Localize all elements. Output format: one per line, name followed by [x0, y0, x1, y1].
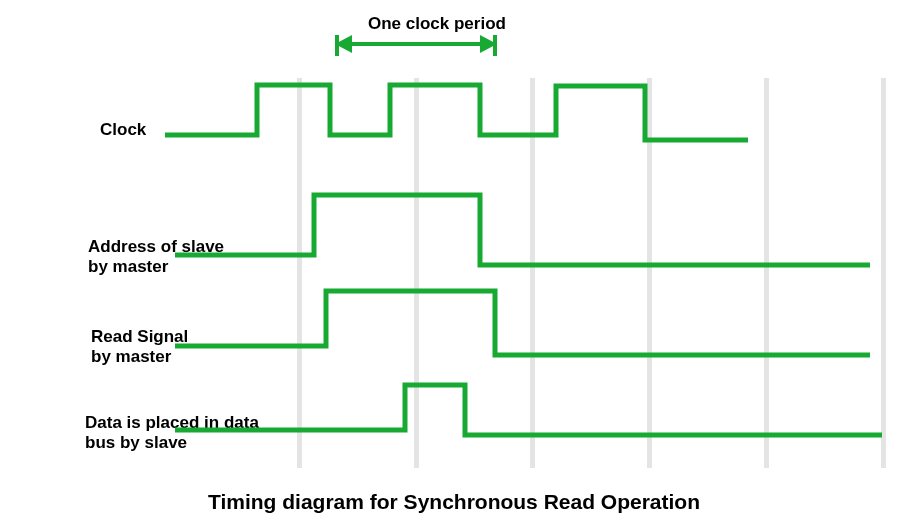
data-path [175, 385, 882, 435]
diagram-title: Timing diagram for Synchronous Read Oper… [0, 490, 908, 514]
diagram-canvas: One clock period Clock Address of slave … [0, 0, 908, 523]
data-signal [0, 0, 908, 523]
